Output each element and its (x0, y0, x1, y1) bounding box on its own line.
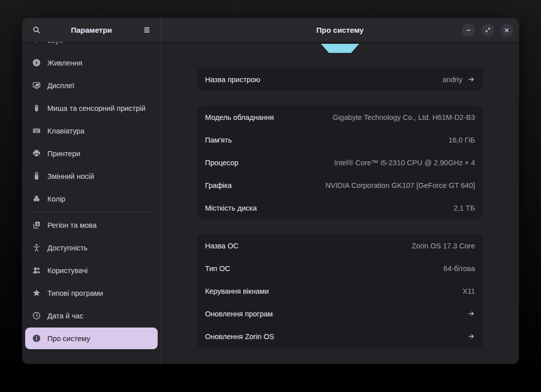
settings-row: ПроцесорIntel® Core™ i5-2310 CPU @ 2.90G… (197, 151, 483, 174)
sidebar-item-label: Регіон та мова (47, 221, 97, 229)
row-label: Процесор (205, 159, 238, 167)
row-label: Місткість диска (205, 204, 257, 212)
main-menu-button[interactable] (139, 22, 155, 38)
sidebar-item-sound[interactable]: Звук (25, 42, 158, 51)
region-language-icon: A (32, 221, 41, 229)
info-card-0: Назва пристроюandriy (197, 68, 483, 91)
sidebar-item-about[interactable]: Про систему (25, 328, 158, 349)
search-icon (32, 26, 41, 34)
speaker-icon (32, 42, 41, 44)
sidebar-item-label: Типові програми (47, 289, 103, 297)
info-card-2: Назва ОСZorin OS 17.3 CoreТип ОС64-бітов… (197, 234, 483, 348)
svg-text:A: A (36, 222, 39, 226)
close-button[interactable] (500, 24, 513, 37)
settings-row: Пам'ять16,0 ГіБ (197, 128, 483, 151)
sidebar-item-color[interactable]: Колір (25, 188, 158, 210)
settings-row: Місткість диска2,1 ТБ (197, 197, 483, 219)
sidebar-item-label: Користувачі (47, 267, 88, 275)
row-value: X11 (462, 287, 475, 295)
sidebar: ЗвукЖивленняДисплеїМиша та сенсорний при… (22, 42, 161, 364)
printer-icon (32, 149, 41, 158)
hamburger-menu-icon (143, 26, 151, 34)
arrow-right-icon (467, 76, 475, 83)
keyboard-icon (32, 126, 41, 135)
about-page: Назва пристроюandriyМодель обладнанняGig… (161, 42, 519, 364)
maximize-button[interactable] (481, 24, 494, 37)
row-label: Назва ОС (205, 242, 238, 250)
sidebar-item-label: Колір (47, 195, 65, 203)
arrow-right-icon (467, 310, 475, 317)
sidebar-item-date-time[interactable]: Дата й час (25, 305, 158, 326)
settings-row: Тип ОС64-бітова (197, 257, 483, 280)
row-label: Графіка (205, 181, 232, 189)
row-label: Тип ОС (205, 265, 230, 273)
sidebar-item-label: Клавіатура (47, 127, 85, 135)
sidebar-item-region-language[interactable]: AРегіон та мова (25, 214, 158, 236)
settings-row[interactable]: Оновлення програм (197, 302, 483, 325)
sidebar-item-label: Про систему (47, 335, 90, 343)
sidebar-item-label: Дисплеї (47, 82, 75, 90)
sidebar-item-label: Дата й час (47, 312, 83, 320)
sidebar-item-default-apps[interactable]: Типові програми (25, 282, 158, 304)
sidebar-item-mouse[interactable]: Миша та сенсорний пристрій (25, 97, 158, 119)
sidebar-item-label: Звук (47, 42, 62, 44)
info-cards: Назва пристроюandriyМодель обладнанняGig… (197, 68, 483, 348)
sidebar-divider (30, 212, 153, 212)
settings-window: Параметри Про систему ЗвукЖивленняДиспле… (22, 18, 519, 364)
row-label: Оновлення програм (205, 310, 273, 318)
sidebar-item-label: Доступність (47, 244, 88, 252)
sidebar-item-accessibility[interactable]: Доступність (25, 237, 158, 258)
removable-media-icon (32, 172, 41, 180)
window-body: ЗвукЖивленняДисплеїМиша та сенсорний при… (22, 42, 519, 364)
sidebar-item-label: Принтери (47, 150, 80, 158)
info-card-1: Модель обладнанняGigabyte Technology Co.… (197, 106, 483, 219)
row-value: 16,0 ГіБ (448, 136, 475, 144)
arrow-right-icon (467, 333, 475, 340)
zorin-logo-fragment (321, 44, 359, 53)
settings-row: Керування вікнамиX11 (197, 280, 483, 302)
window-controls (462, 18, 513, 42)
display-icon (32, 81, 41, 90)
row-value: Gigabyte Technology Co., Ltd. H61M-D2-B3 (332, 113, 475, 121)
row-value: Zorin OS 17.3 Core (412, 242, 475, 250)
sidebar-item-power[interactable]: Живлення (25, 52, 158, 74)
sidebar-item-label: Миша та сенсорний пристрій (47, 104, 146, 112)
minimize-icon (465, 27, 472, 34)
headerbar-content-section: Про систему (161, 18, 519, 42)
star-icon (32, 289, 41, 297)
row-value: NVIDIA Corporation GK107 [GeForce GT 640… (325, 181, 475, 189)
sidebar-item-keyboard[interactable]: Клавіатура (25, 120, 158, 142)
settings-row[interactable]: Назва пристроюandriy (197, 68, 483, 91)
sidebar-item-label: Живлення (47, 59, 82, 67)
close-icon (503, 27, 510, 34)
settings-row: Модель обладнанняGigabyte Technology Co.… (197, 106, 483, 128)
power-icon (32, 58, 41, 67)
row-value: Intel® Core™ i5-2310 CPU @ 2.90GHz × 4 (334, 159, 475, 167)
sidebar-item-printers[interactable]: Принтери (25, 143, 158, 164)
info-icon (32, 334, 41, 343)
sidebar-item-removable-media[interactable]: Змінний носій (25, 165, 158, 187)
row-value: 2,1 ТБ (453, 204, 475, 212)
row-label: Пам'ять (205, 136, 232, 144)
color-icon (32, 194, 41, 203)
clock-icon (32, 311, 41, 320)
row-label: Назва пристрою (205, 76, 260, 84)
headerbar-sidebar-section: Параметри (22, 18, 161, 42)
settings-row[interactable]: Оновлення Zorin OS (197, 325, 483, 348)
sidebar-item-label: Змінний носій (47, 172, 94, 180)
sidebar-title: Параметри (44, 26, 139, 34)
maximize-icon (485, 27, 491, 33)
users-icon (32, 266, 41, 275)
settings-row: Назва ОСZorin OS 17.3 Core (197, 234, 483, 257)
row-label: Модель обладнання (205, 113, 274, 121)
search-button[interactable] (28, 22, 44, 38)
sidebar-item-displays[interactable]: Дисплеї (25, 75, 158, 96)
row-label: Керування вікнами (205, 287, 269, 295)
mouse-icon (32, 104, 41, 112)
row-value: andriy (443, 76, 463, 84)
settings-row: ГрафікаNVIDIA Corporation GK107 [GeForce… (197, 174, 483, 197)
sidebar-item-users[interactable]: Користувачі (25, 259, 158, 281)
accessibility-icon (32, 243, 41, 252)
headerbar: Параметри Про систему (22, 18, 519, 42)
minimize-button[interactable] (462, 24, 475, 37)
